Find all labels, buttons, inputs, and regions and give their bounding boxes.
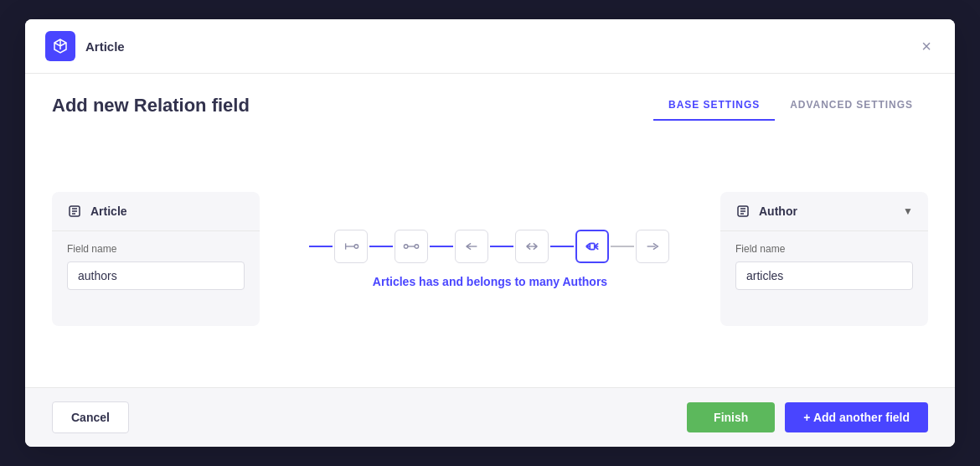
svg-rect-9 [590,243,594,249]
connector-line-6 [611,246,634,247]
left-entity-icon [67,204,82,219]
content-area: Article Field name [25,121,955,387]
tab-advanced-settings[interactable]: ADVANCED SETTINGS [775,91,928,121]
modal: Article × Add new Relation field BASE SE… [25,19,955,447]
relation-many-many-btn[interactable] [515,230,549,263]
relation-section: Articles has and belongs to many Authors [260,230,720,288]
logo-icon [45,31,75,61]
right-entity-card: Author ▼ Field name [720,192,928,326]
add-another-field-button[interactable]: + Add another field [785,402,928,432]
modal-body: Add new Relation field BASE SETTINGS ADV… [25,74,955,387]
modal-header: Article × [25,19,955,74]
right-field-input[interactable] [735,261,913,290]
left-entity-header: Article [52,192,260,231]
relation-prefix: Articles [373,275,419,288]
finish-button[interactable]: Finish [687,402,775,432]
relation-label: Articles has and belongs to many Authors [373,275,607,288]
connector-line-3 [430,246,453,247]
tabs-row: Add new Relation field BASE SETTINGS ADV… [25,74,955,121]
relation-many-btn[interactable] [455,230,488,263]
connector-line-5 [550,246,574,247]
svg-point-4 [404,245,408,249]
page-heading: Add new Relation field [52,95,250,116]
relation-link: has and belongs to many [419,275,560,288]
right-entity-name: Author [759,205,895,218]
tabs: BASE SETTINGS ADVANCED SETTINGS [653,91,928,121]
svg-point-6 [415,245,419,249]
relation-suffix: Authors [560,275,607,288]
tab-base-settings[interactable]: BASE SETTINGS [653,91,775,121]
footer-right: Finish + Add another field [687,402,928,432]
relation-habtm-btn[interactable] [575,230,609,263]
left-entity-card: Article Field name [52,192,260,326]
left-entity-name: Article [90,205,245,218]
right-field-label: Field name [735,243,913,255]
right-entity-dropdown-arrow[interactable]: ▼ [903,205,913,217]
left-field-input[interactable] [67,261,245,290]
relation-one-one-btn[interactable] [395,230,428,263]
relation-right-btn[interactable] [636,230,669,263]
modal-title: Article [85,39,918,54]
close-button[interactable]: × [918,34,935,58]
right-entity-icon [735,204,750,219]
modal-footer: Cancel Finish + Add another field [25,387,955,447]
relation-icons-row [309,230,671,263]
connector-line-4 [490,246,513,247]
right-entity-header: Author ▼ [720,192,928,231]
svg-point-1 [354,245,358,249]
relation-one-btn[interactable] [334,230,368,263]
right-entity-field-section: Field name [720,231,928,290]
left-field-label: Field name [67,243,245,255]
cancel-button[interactable]: Cancel [52,401,129,433]
left-connector-line [309,246,333,247]
connector-line-2 [369,246,393,247]
left-entity-field-section: Field name [52,231,260,290]
